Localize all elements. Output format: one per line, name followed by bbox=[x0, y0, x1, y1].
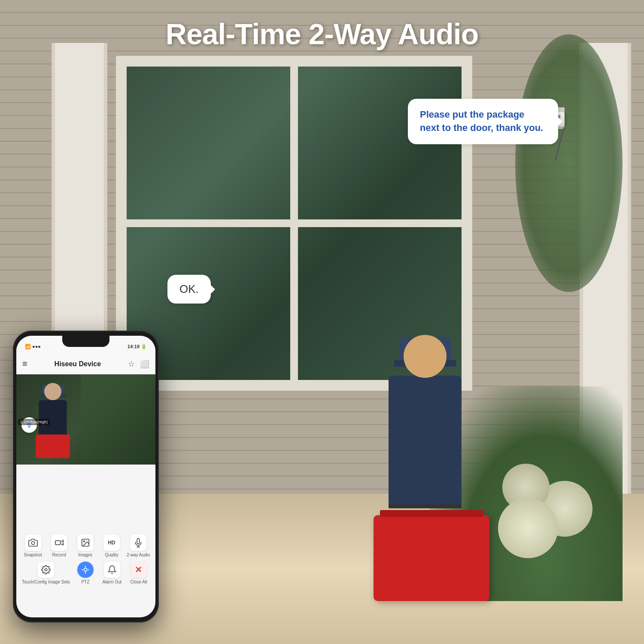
quality-icon: HD bbox=[103, 535, 120, 551]
bottom-controls: Snapshot Record bbox=[16, 529, 155, 596]
snapshot-label: Snapshot bbox=[24, 553, 42, 557]
signal-text: ●●● bbox=[32, 344, 41, 349]
speech-bubble-homeowner-text: Please put the package next to the door,… bbox=[420, 108, 546, 135]
snapshot-icon bbox=[25, 535, 41, 551]
quality-label: Quality bbox=[105, 553, 118, 557]
bitrate-indicator: 1.15Mbps(High) bbox=[18, 419, 50, 425]
person-head bbox=[404, 335, 447, 378]
ptz-icon bbox=[77, 562, 94, 578]
speech-bubble-delivery: OK. bbox=[167, 275, 211, 304]
background-tree bbox=[515, 34, 623, 292]
controls-row-2: Touch/Config Image Sets bbox=[16, 560, 155, 586]
status-right: 14:19 🔋 bbox=[128, 344, 147, 349]
close-all-control[interactable]: ✕ Close All bbox=[128, 562, 150, 584]
feed-person-package bbox=[36, 434, 70, 458]
record-control[interactable]: Record bbox=[48, 535, 70, 557]
svg-point-6 bbox=[45, 568, 47, 571]
package-top bbox=[380, 510, 483, 517]
speech-bubble-homeowner: Please put the package next to the door,… bbox=[408, 99, 558, 144]
page-title: Real-Time 2-Way Audio bbox=[0, 17, 644, 51]
window-grid-horizontal bbox=[127, 219, 462, 227]
favorite-icon[interactable]: ☆ bbox=[128, 359, 135, 369]
svg-point-0 bbox=[31, 541, 34, 544]
config-icon bbox=[38, 562, 54, 578]
images-control[interactable]: Images bbox=[74, 535, 97, 557]
ptz-label: PTZ bbox=[81, 580, 89, 584]
wifi-icon: 📶 bbox=[25, 344, 31, 349]
scene-container: Please put the package next to the door,… bbox=[0, 0, 644, 644]
images-label: Images bbox=[78, 553, 92, 557]
snapshot-control[interactable]: Snapshot bbox=[22, 535, 44, 557]
config-control[interactable]: Touch/Config Image Sets bbox=[22, 562, 70, 584]
svg-point-7 bbox=[84, 568, 87, 571]
hydrangea-flower-3 bbox=[498, 498, 558, 558]
phone-body: 📶 ●●● 14:19 🔋 ≡ Hiseeu Device ☆ ⬜ bbox=[13, 331, 159, 623]
quality-control[interactable]: HD Quality bbox=[100, 535, 123, 557]
twoway-audio-control[interactable]: 2-way Audio bbox=[127, 535, 150, 557]
controls-row-1: Snapshot Record bbox=[16, 529, 155, 560]
close-all-icon: ✕ bbox=[131, 562, 147, 578]
config-label: Touch/Config Image Sets bbox=[22, 580, 70, 584]
speech-bubble-delivery-text: OK. bbox=[179, 283, 199, 296]
feed-background bbox=[81, 374, 155, 465]
person-body bbox=[389, 376, 462, 504]
menu-icon[interactable]: ≡ bbox=[22, 359, 27, 369]
camera-live-feed[interactable]: 🎙 1.15Mbps(High) bbox=[16, 374, 155, 465]
phone-screen: 📶 ●●● 14:19 🔋 ≡ Hiseeu Device ☆ ⬜ bbox=[16, 336, 155, 617]
phone-notch bbox=[62, 336, 109, 347]
ptz-control[interactable]: PTZ bbox=[74, 562, 97, 584]
record-label: Record bbox=[52, 553, 66, 557]
close-x-symbol: ✕ bbox=[135, 565, 142, 575]
status-left: 📶 ●●● bbox=[25, 344, 41, 349]
svg-point-3 bbox=[83, 541, 85, 542]
alarm-icon bbox=[104, 562, 120, 578]
cast-icon[interactable]: ⬜ bbox=[140, 359, 149, 369]
images-icon bbox=[77, 535, 94, 551]
time-display: 14:19 bbox=[128, 344, 140, 349]
smartphone: 📶 ●●● 14:19 🔋 ≡ Hiseeu Device ☆ ⬜ bbox=[13, 331, 159, 623]
app-header: ≡ Hiseeu Device ☆ ⬜ bbox=[16, 354, 155, 374]
feed-person-head bbox=[44, 383, 61, 400]
record-icon bbox=[51, 535, 67, 551]
twoway-audio-icon bbox=[130, 535, 146, 551]
alarm-label: Alarm Out bbox=[102, 580, 122, 584]
app-title: Hiseeu Device bbox=[55, 360, 101, 368]
header-icon-group: ☆ ⬜ bbox=[128, 359, 149, 369]
battery-icon: 🔋 bbox=[141, 344, 147, 349]
svg-rect-1 bbox=[55, 541, 60, 544]
red-package-main bbox=[374, 515, 489, 601]
twoway-audio-label: 2-way Audio bbox=[127, 553, 150, 557]
close-all-label: Close All bbox=[131, 580, 147, 584]
alarm-control[interactable]: Alarm Out bbox=[101, 562, 123, 584]
